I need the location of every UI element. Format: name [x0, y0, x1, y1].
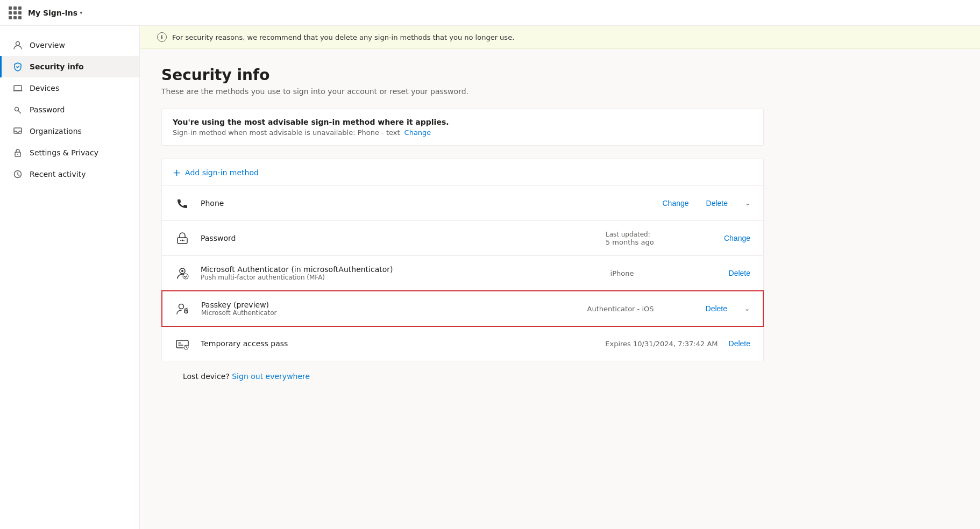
signin-banner-subtitle-text: Sign-in method when most advisable is un… [173, 128, 400, 137]
sidebar-item-security-info[interactable]: Security info [0, 56, 139, 77]
password-method-name: Password [201, 234, 597, 242]
signin-banner-change-link[interactable]: Change [404, 128, 431, 137]
password-method-actions: Change [722, 232, 752, 245]
svg-rect-1 [14, 85, 22, 90]
phone-delete-button[interactable]: Delete [704, 197, 730, 210]
temp-access-pass-icon-wrap [173, 334, 192, 353]
svg-point-0 [16, 42, 20, 46]
signin-banner-subtitle: Sign-in method when most advisable is un… [173, 128, 752, 137]
passkey-method-info: Passkey (preview) Microsoft Authenticato… [201, 301, 579, 317]
apps-grid-icon[interactable] [9, 6, 22, 19]
topbar: My Sign-Ins ▾ [0, 0, 980, 26]
password-icon [176, 232, 189, 245]
temp-access-pass-method-info: Temporary access pass [201, 339, 596, 348]
sidebar: Overview Security info Devices [0, 26, 140, 529]
lost-device-text: Lost device? [183, 372, 230, 381]
phone-expand-button[interactable]: ⌄ [743, 197, 752, 209]
sidebar-item-devices-label: Devices [30, 84, 59, 92]
phone-method-info: Phone [201, 199, 651, 208]
clock-icon [12, 169, 23, 180]
main-layout: Overview Security info Devices [0, 26, 980, 529]
sidebar-item-organizations[interactable]: Organizations [0, 120, 139, 142]
signin-banner-title: You're using the most advisable sign-in … [173, 118, 752, 126]
svg-point-13 [181, 270, 183, 272]
temp-access-pass-detail: Expires 10/31/2024, 7:37:42 AM [605, 340, 718, 348]
sign-out-everywhere-link[interactable]: Sign out everywhere [232, 372, 310, 381]
svg-point-15 [179, 304, 184, 309]
lock-icon [12, 147, 23, 158]
phone-method-actions: Change Delete ⌄ [660, 197, 752, 210]
svg-point-14 [183, 274, 188, 279]
page-title: Security info [161, 66, 764, 84]
shield-icon [12, 61, 23, 72]
temp-access-pass-method-name: Temporary access pass [201, 339, 596, 348]
page-subtitle: These are the methods you use to sign in… [161, 87, 764, 96]
password-last-updated-label: Last updated: [606, 231, 713, 238]
temp-access-pass-method-row: Temporary access pass Expires 10/31/2024… [162, 326, 763, 361]
phone-method-name: Phone [201, 199, 651, 208]
passkey-method-row: Passkey (preview) Microsoft Authenticato… [161, 290, 764, 327]
sidebar-item-devices[interactable]: Devices [0, 77, 139, 99]
sidebar-item-overview[interactable]: Overview [0, 34, 139, 56]
info-icon: i [157, 32, 167, 42]
phone-change-button[interactable]: Change [660, 197, 691, 210]
security-banner: i For security reasons, we recommend tha… [140, 26, 980, 49]
passkey-icon [175, 301, 190, 316]
temp-access-pass-actions: Delete [727, 337, 752, 350]
app-title[interactable]: My Sign-Ins ▾ [28, 9, 82, 17]
sidebar-item-recent-activity-label: Recent activity [30, 170, 86, 178]
svg-point-11 [183, 240, 184, 241]
ms-authenticator-detail: iPhone [610, 269, 718, 277]
passkey-icon-wrap [173, 299, 193, 318]
ms-authenticator-method-row: Microsoft Authenticator (in microsoftAut… [162, 256, 763, 291]
person-icon [12, 40, 23, 51]
main-content: i For security reasons, we recommend tha… [140, 26, 980, 529]
svg-point-10 [180, 240, 181, 241]
phone-method-icon-wrap [173, 194, 192, 213]
lost-device-section: Lost device? Sign out everywhere [161, 361, 764, 391]
authenticator-icon [175, 266, 190, 281]
ms-authenticator-icon-wrap [173, 263, 192, 283]
add-sign-in-method-button[interactable]: + Add sign-in method [162, 159, 763, 186]
temp-access-icon [175, 337, 189, 351]
inbox-icon [12, 126, 23, 137]
sidebar-item-settings-privacy-label: Settings & Privacy [30, 148, 98, 157]
add-method-label: Add sign-in method [185, 168, 259, 177]
password-method-icon-wrap [173, 228, 192, 248]
sidebar-item-password[interactable]: Password [0, 99, 139, 120]
passkey-expand-button[interactable]: ⌄ [742, 303, 752, 314]
laptop-icon [12, 83, 23, 94]
svg-point-16 [186, 310, 187, 312]
svg-point-5 [17, 154, 18, 155]
passkey-method-name: Passkey (preview) [201, 301, 579, 309]
sidebar-item-recent-activity[interactable]: Recent activity [0, 163, 139, 185]
plus-icon: + [173, 167, 181, 178]
ms-authenticator-method-sub: Push multi-factor authentication (MFA) [201, 274, 602, 281]
key-icon [12, 104, 23, 115]
ms-authenticator-actions: Delete [727, 267, 752, 280]
sidebar-item-password-label: Password [30, 105, 65, 114]
password-method-row: Password Last updated: 5 months ago Chan… [162, 221, 763, 256]
password-last-updated-value: 5 months ago [606, 238, 713, 246]
ms-authenticator-delete-button[interactable]: Delete [727, 267, 752, 280]
password-method-info: Password [201, 234, 597, 242]
passkey-actions: Delete ⌄ [704, 302, 752, 315]
sidebar-item-security-info-label: Security info [30, 62, 84, 71]
ms-authenticator-method-info: Microsoft Authenticator (in microsoftAut… [201, 265, 602, 281]
temp-access-pass-delete-button[interactable]: Delete [727, 337, 752, 350]
content-area: Security info These are the methods you … [140, 49, 785, 409]
banner-text: For security reasons, we recommend that … [172, 33, 514, 41]
password-method-detail: Last updated: 5 months ago [606, 231, 713, 246]
sidebar-item-organizations-label: Organizations [30, 127, 82, 135]
app-title-chevron-icon: ▾ [80, 10, 82, 16]
phone-icon [176, 197, 189, 210]
sidebar-item-settings-privacy[interactable]: Settings & Privacy [0, 142, 139, 163]
password-change-button[interactable]: Change [722, 232, 752, 245]
svg-point-8 [182, 240, 183, 241]
phone-method-row: Phone Change Delete ⌄ [162, 186, 763, 221]
sidebar-item-overview-label: Overview [30, 41, 65, 49]
ms-authenticator-method-name: Microsoft Authenticator (in microsoftAut… [201, 265, 602, 274]
passkey-detail: Authenticator - iOS [587, 305, 695, 313]
signin-method-banner: You're using the most advisable sign-in … [161, 109, 764, 146]
passkey-delete-button[interactable]: Delete [704, 302, 729, 315]
